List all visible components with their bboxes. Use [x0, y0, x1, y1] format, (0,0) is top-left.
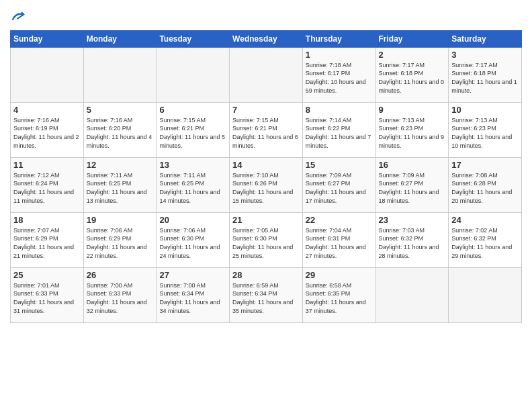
- daylight-label: Daylight: 11 hours and 25 minutes.: [232, 244, 293, 259]
- day-info: Sunrise: 7:05 AMSunset: 6:30 PMDaylight:…: [232, 226, 300, 260]
- sunset-label: Sunset: 6:27 PM: [306, 180, 351, 187]
- sunset-label: Sunset: 6:32 PM: [451, 235, 496, 242]
- sunset-label: Sunset: 6:17 PM: [306, 70, 351, 77]
- day-number: 27: [159, 270, 226, 280]
- daylight-label: Daylight: 10 hours and 59 minutes.: [306, 79, 366, 94]
- day-number: 4: [13, 105, 81, 115]
- sunrise-label: Sunrise: 7:15 AM: [159, 117, 206, 124]
- daylight-label: Daylight: 11 hours and 18 minutes.: [379, 189, 439, 204]
- day-number: 19: [87, 215, 154, 225]
- day-info: Sunrise: 7:00 AMSunset: 6:34 PMDaylight:…: [159, 281, 226, 315]
- day-info: Sunrise: 7:06 AMSunset: 6:29 PMDaylight:…: [87, 226, 154, 260]
- day-number: 13: [159, 160, 226, 170]
- calendar-cell: 28Sunrise: 6:59 AMSunset: 6:34 PMDayligh…: [230, 267, 303, 322]
- sunrise-label: Sunrise: 7:17 AM: [451, 62, 498, 68]
- day-number: 12: [87, 160, 154, 170]
- calendar-cell: 13Sunrise: 7:11 AMSunset: 6:25 PMDayligh…: [157, 157, 230, 212]
- header-friday: Friday: [375, 30, 449, 47]
- day-info: Sunrise: 7:16 AMSunset: 6:19 PMDaylight:…: [13, 116, 81, 150]
- daylight-label: Daylight: 11 hours and 6 minutes.: [232, 134, 298, 149]
- day-info: Sunrise: 7:10 AMSunset: 6:26 PMDaylight:…: [232, 171, 300, 205]
- day-info: Sunrise: 7:17 AMSunset: 6:18 PMDaylight:…: [379, 61, 446, 95]
- calendar-cell: 27Sunrise: 7:00 AMSunset: 6:34 PMDayligh…: [157, 267, 230, 322]
- day-number: 21: [232, 215, 300, 225]
- day-info: Sunrise: 7:13 AMSunset: 6:23 PMDaylight:…: [451, 116, 519, 150]
- sunset-label: Sunset: 6:26 PM: [232, 180, 277, 187]
- calendar-cell: 18Sunrise: 7:07 AMSunset: 6:29 PMDayligh…: [11, 212, 84, 267]
- sunset-label: Sunset: 6:21 PM: [159, 125, 204, 132]
- day-number: 22: [306, 215, 373, 225]
- daylight-label: Daylight: 11 hours and 28 minutes.: [379, 244, 439, 259]
- sunrise-label: Sunrise: 7:03 AM: [379, 227, 425, 234]
- sunrise-label: Sunrise: 7:13 AM: [451, 117, 498, 124]
- week-row-5: 25Sunrise: 7:01 AMSunset: 6:33 PMDayligh…: [11, 267, 522, 322]
- daylight-label: Daylight: 11 hours and 34 minutes.: [159, 299, 220, 314]
- day-info: Sunrise: 7:17 AMSunset: 6:18 PMDaylight:…: [451, 61, 519, 95]
- day-number: 15: [306, 160, 373, 170]
- daylight-label: Daylight: 11 hours and 11 minutes.: [13, 189, 74, 204]
- sunset-label: Sunset: 6:29 PM: [87, 235, 132, 242]
- calendar-cell: 10Sunrise: 7:13 AMSunset: 6:23 PMDayligh…: [449, 102, 522, 157]
- page-container: SundayMondayTuesdayWednesdayThursdayFrid…: [0, 0, 532, 330]
- logo: [10, 9, 25, 26]
- day-number: 2: [379, 50, 446, 60]
- day-info: Sunrise: 7:16 AMSunset: 6:20 PMDaylight:…: [87, 116, 154, 150]
- sunset-label: Sunset: 6:30 PM: [159, 235, 204, 242]
- calendar-cell: 23Sunrise: 7:03 AMSunset: 6:32 PMDayligh…: [375, 212, 449, 267]
- sunset-label: Sunset: 6:31 PM: [306, 235, 351, 242]
- sunrise-label: Sunrise: 7:16 AM: [87, 117, 133, 124]
- calendar-cell: [375, 267, 449, 322]
- day-number: 26: [87, 270, 154, 280]
- sunset-label: Sunset: 6:29 PM: [13, 235, 58, 242]
- day-number: 24: [451, 215, 519, 225]
- sunrise-label: Sunrise: 7:17 AM: [379, 62, 425, 68]
- daylight-label: Daylight: 11 hours and 17 minutes.: [306, 189, 366, 204]
- sunrise-label: Sunrise: 7:06 AM: [159, 227, 206, 234]
- day-info: Sunrise: 7:03 AMSunset: 6:32 PMDaylight:…: [379, 226, 446, 260]
- sunrise-label: Sunrise: 7:16 AM: [13, 117, 60, 124]
- calendar-cell: [449, 267, 522, 322]
- sunrise-label: Sunrise: 7:15 AM: [232, 117, 279, 124]
- day-info: Sunrise: 6:59 AMSunset: 6:34 PMDaylight:…: [232, 281, 300, 315]
- day-number: 8: [306, 105, 373, 115]
- calendar-cell: 16Sunrise: 7:09 AMSunset: 6:27 PMDayligh…: [375, 157, 449, 212]
- sunset-label: Sunset: 6:30 PM: [232, 235, 277, 242]
- calendar-cell: 12Sunrise: 7:11 AMSunset: 6:25 PMDayligh…: [83, 157, 157, 212]
- calendar-cell: 17Sunrise: 7:08 AMSunset: 6:28 PMDayligh…: [449, 157, 522, 212]
- header-row: SundayMondayTuesdayWednesdayThursdayFrid…: [11, 30, 522, 47]
- calendar-cell: 6Sunrise: 7:15 AMSunset: 6:21 PMDaylight…: [157, 102, 230, 157]
- day-info: Sunrise: 7:13 AMSunset: 6:23 PMDaylight:…: [379, 116, 446, 150]
- day-info: Sunrise: 7:06 AMSunset: 6:30 PMDaylight:…: [159, 226, 226, 260]
- day-info: Sunrise: 6:58 AMSunset: 6:35 PMDaylight:…: [306, 281, 373, 315]
- calendar-cell: 22Sunrise: 7:04 AMSunset: 6:31 PMDayligh…: [302, 212, 375, 267]
- header: [10, 7, 522, 26]
- day-info: Sunrise: 7:15 AMSunset: 6:21 PMDaylight:…: [232, 116, 300, 150]
- sunrise-label: Sunrise: 7:11 AM: [159, 172, 206, 179]
- day-info: Sunrise: 7:08 AMSunset: 6:28 PMDaylight:…: [451, 171, 519, 205]
- sunset-label: Sunset: 6:18 PM: [379, 70, 424, 77]
- sunrise-label: Sunrise: 7:00 AM: [87, 282, 133, 289]
- daylight-label: Daylight: 11 hours and 32 minutes.: [87, 299, 147, 314]
- day-number: 20: [159, 215, 226, 225]
- sunset-label: Sunset: 6:23 PM: [379, 125, 424, 132]
- daylight-label: Daylight: 11 hours and 0 minutes.: [379, 79, 445, 94]
- calendar-cell: 20Sunrise: 7:06 AMSunset: 6:30 PMDayligh…: [157, 212, 230, 267]
- sunrise-label: Sunrise: 7:08 AM: [451, 172, 498, 179]
- calendar-cell: 14Sunrise: 7:10 AMSunset: 6:26 PMDayligh…: [230, 157, 303, 212]
- calendar-cell: 7Sunrise: 7:15 AMSunset: 6:21 PMDaylight…: [230, 102, 303, 157]
- sunset-label: Sunset: 6:25 PM: [159, 180, 204, 187]
- day-info: Sunrise: 7:11 AMSunset: 6:25 PMDaylight:…: [87, 171, 154, 205]
- day-number: 17: [451, 160, 519, 170]
- day-info: Sunrise: 7:09 AMSunset: 6:27 PMDaylight:…: [306, 171, 373, 205]
- calendar-cell: 1Sunrise: 7:18 AMSunset: 6:17 PMDaylight…: [302, 47, 375, 102]
- day-info: Sunrise: 7:04 AMSunset: 6:31 PMDaylight:…: [306, 226, 373, 260]
- calendar-cell: 5Sunrise: 7:16 AMSunset: 6:20 PMDaylight…: [83, 102, 157, 157]
- calendar-cell: 29Sunrise: 6:58 AMSunset: 6:35 PMDayligh…: [302, 267, 375, 322]
- sunset-label: Sunset: 6:22 PM: [306, 125, 351, 132]
- header-sunday: Sunday: [11, 30, 84, 47]
- week-row-2: 4Sunrise: 7:16 AMSunset: 6:19 PMDaylight…: [11, 102, 522, 157]
- sunrise-label: Sunrise: 7:07 AM: [13, 227, 60, 234]
- sunrise-label: Sunrise: 7:13 AM: [379, 117, 425, 124]
- calendar-cell: 2Sunrise: 7:17 AMSunset: 6:18 PMDaylight…: [375, 47, 449, 102]
- daylight-label: Daylight: 11 hours and 9 minutes.: [379, 134, 445, 149]
